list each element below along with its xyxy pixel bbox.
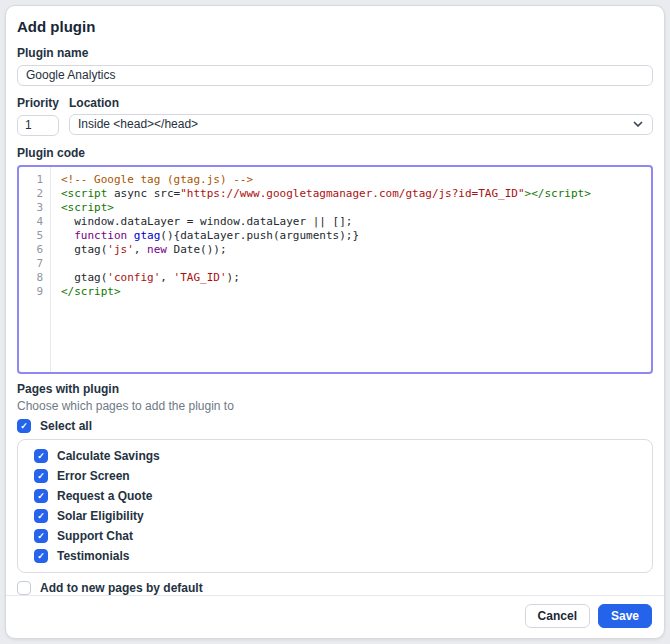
page-checkbox[interactable]: [34, 449, 48, 463]
page-label: Testimonials: [57, 549, 129, 563]
code-line[interactable]: <!-- Google tag (gtag.js) -->: [61, 173, 651, 187]
code-token-tag: </script>: [61, 285, 121, 298]
code-token-string: 'TAG_ID': [174, 271, 227, 284]
page-checkbox[interactable]: [34, 489, 48, 503]
line-number: 8: [19, 271, 50, 285]
code-token-plain: gtag(: [61, 243, 107, 256]
code-token-plain: );: [227, 271, 240, 284]
location-select[interactable]: Inside <head></head>: [69, 114, 653, 135]
page-label: Support Chat: [57, 529, 133, 543]
code-token-tag: <script>: [61, 201, 114, 214]
code-token-plain: (){dataLayer.push(arguments);}: [160, 229, 359, 242]
code-token-comment: <!-- Google tag (gtag.js) -->: [61, 173, 253, 186]
code-token-plain: gtag(: [61, 271, 107, 284]
select-all-checkbox[interactable]: [17, 419, 31, 433]
code-token-plain: [61, 229, 74, 242]
page-row[interactable]: Error Screen: [18, 466, 652, 486]
add-default-checkbox[interactable]: [17, 581, 31, 595]
add-default-row[interactable]: Add to new pages by default: [17, 581, 653, 595]
pages-list: Calculate SavingsError ScreenRequest a Q…: [17, 439, 653, 573]
footer: Cancel Save: [6, 595, 664, 628]
code-token-tag: <script: [61, 187, 107, 200]
save-button[interactable]: Save: [598, 604, 652, 628]
page-label: Error Screen: [57, 469, 130, 483]
code-token-keyword: new: [147, 243, 167, 256]
code-gutter: 123456789: [19, 167, 51, 372]
code-line[interactable]: function gtag(){dataLayer.push(arguments…: [61, 229, 651, 243]
page-checkbox[interactable]: [34, 529, 48, 543]
select-all-label: Select all: [40, 419, 92, 433]
page-checkbox[interactable]: [34, 469, 48, 483]
code-token-def: gtag: [134, 229, 161, 242]
pages-heading: Pages with plugin: [17, 382, 653, 397]
code-token-plain: Date());: [167, 243, 227, 256]
code-line[interactable]: [61, 257, 651, 271]
page-row[interactable]: Request a Quote: [18, 486, 652, 506]
code-token-plain: [127, 229, 134, 242]
page-row[interactable]: Solar Eligibility: [18, 506, 652, 526]
cancel-button[interactable]: Cancel: [525, 604, 590, 628]
location-label: Location: [69, 96, 653, 111]
page-checkbox[interactable]: [34, 509, 48, 523]
line-number: 3: [19, 201, 50, 215]
code-token-string: 'js': [107, 243, 134, 256]
code-line[interactable]: window.dataLayer = window.dataLayer || […: [61, 215, 651, 229]
plugin-name-input[interactable]: [17, 65, 653, 86]
line-number: 7: [19, 257, 50, 271]
code-line[interactable]: <script>: [61, 201, 651, 215]
code-line[interactable]: gtag('config', 'TAG_ID');: [61, 271, 651, 285]
chevron-down-icon: [632, 118, 644, 130]
code-token-tag: ></script>: [525, 187, 591, 200]
code-line[interactable]: <script async src="https://www.googletag…: [61, 187, 651, 201]
code-content[interactable]: <!-- Google tag (gtag.js) --><script asy…: [51, 167, 651, 372]
line-number: 9: [19, 285, 50, 299]
dialog-title: Add plugin: [17, 18, 653, 36]
code-editor[interactable]: 123456789 <!-- Google tag (gtag.js) --><…: [17, 165, 653, 374]
location-select-value: Inside <head></head>: [78, 117, 198, 131]
priority-input[interactable]: [17, 115, 59, 136]
code-token-string: 'config': [107, 271, 160, 284]
page-label: Request a Quote: [57, 489, 152, 503]
add-plugin-modal: Add plugin Plugin name Priority Location…: [5, 5, 665, 639]
page-background: Add plugin Plugin name Priority Location…: [0, 0, 670, 644]
line-number: 2: [19, 187, 50, 201]
page-label: Solar Eligibility: [57, 509, 144, 523]
page-checkbox[interactable]: [34, 549, 48, 563]
line-number: 5: [19, 229, 50, 243]
page-label: Calculate Savings: [57, 449, 160, 463]
priority-label: Priority: [17, 96, 59, 111]
add-default-label: Add to new pages by default: [40, 581, 203, 595]
plugin-code-label: Plugin code: [17, 146, 653, 161]
page-row[interactable]: Calculate Savings: [18, 446, 652, 466]
code-line[interactable]: gtag('js', new Date());: [61, 243, 651, 257]
code-token-string: "https://www.googletagmanager.com/gtag/j…: [180, 187, 524, 200]
code-token-plain: ,: [134, 243, 147, 256]
code-token-plain: async src=: [107, 187, 180, 200]
select-all-row[interactable]: Select all: [17, 419, 653, 433]
code-token-keyword: function: [74, 229, 127, 242]
code-token-plain: ,: [160, 271, 173, 284]
plugin-name-label: Plugin name: [17, 46, 653, 61]
code-token-plain: window.dataLayer = window.dataLayer || […: [61, 215, 352, 228]
page-row[interactable]: Testimonials: [18, 546, 652, 566]
page-row[interactable]: Support Chat: [18, 526, 652, 546]
line-number: 1: [19, 173, 50, 187]
line-number: 4: [19, 215, 50, 229]
pages-description: Choose which pages to add the plugin to: [17, 399, 653, 414]
code-line[interactable]: </script>: [61, 285, 651, 299]
line-number: 6: [19, 243, 50, 257]
